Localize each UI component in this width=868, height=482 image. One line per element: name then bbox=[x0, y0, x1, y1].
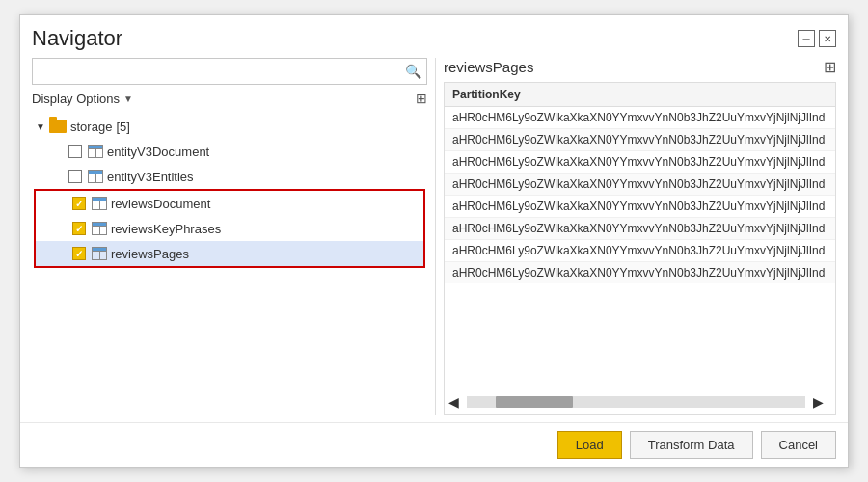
data-table-wrapper: PartitionKey aHR0cHM6Ly9oZWlkaXkaXN0YYmx… bbox=[444, 82, 836, 415]
right-panel: reviewsPages ⊞ PartitionKey aHR0cHM6Ly9o… bbox=[444, 58, 836, 415]
partition-key-cell: aHR0cHM6Ly9oZWlkaXkaXN0YYmxvvYnN0b3JhZ2U… bbox=[445, 107, 835, 129]
partition-key-cell: aHR0cHM6Ly9oZWlkaXkaXN0YYmxvvYnN0b3JhZ2U… bbox=[445, 240, 835, 262]
content-area: 🔍 Display Options ▼ ⊞ ▼ storage [5] bbox=[20, 54, 848, 422]
search-input[interactable] bbox=[33, 65, 399, 79]
item-label-reviewsKeyPhrases: reviewsKeyPhrases bbox=[111, 222, 221, 236]
preview-table: PartitionKey bbox=[445, 83, 835, 107]
partition-key-cell: aHR0cHM6Ly9oZWlkaXkaXN0YYmxvvYnN0b3JhZ2U… bbox=[445, 174, 835, 196]
tree-item-entityV3Document[interactable]: ▶ entityV3Document bbox=[32, 139, 427, 164]
navigator-dialog: Navigator ─ ✕ 🔍 Display Options ▼ ⊞ bbox=[19, 14, 849, 468]
table-row: aHR0cHM6Ly9oZWlkaXkaXN0YYmxvvYnN0b3JhZ2U… bbox=[445, 151, 835, 174]
select-table-icon[interactable]: ⊞ bbox=[416, 91, 427, 106]
preview-refresh-icon[interactable]: ⊞ bbox=[824, 58, 836, 76]
tree-item-storage[interactable]: ▼ storage [5] bbox=[32, 114, 427, 139]
tree-area: ▼ storage [5] ▶ entityV3Document bbox=[32, 114, 427, 415]
partition-key-cell: aHR0cHM6Ly9oZWlkaXkaXN0YYmxvvYnN0b3JhZ2U… bbox=[445, 218, 835, 240]
chevron-down-icon: ▼ bbox=[123, 94, 133, 104]
selected-group: ▶ reviewsDocument ▶ bbox=[34, 189, 425, 268]
item-label-entityV3Document: entityV3Document bbox=[107, 145, 209, 159]
footer: Load Transform Data Cancel bbox=[20, 422, 848, 467]
tree-item-reviewsPages[interactable]: ▶ reviewsPages bbox=[36, 241, 423, 266]
item-label-reviewsPages: reviewsPages bbox=[111, 247, 189, 261]
column-header-partitionkey: PartitionKey bbox=[445, 83, 835, 107]
item-label-reviewsDocument: reviewsDocument bbox=[111, 197, 210, 211]
table-row: aHR0cHM6Ly9oZWlkaXkaXN0YYmxvvYnN0b3JhZ2U… bbox=[445, 262, 835, 284]
table-icon bbox=[92, 222, 107, 235]
checkbox-reviewsKeyPhrases[interactable] bbox=[72, 222, 86, 235]
minimize-button[interactable]: ─ bbox=[798, 30, 815, 47]
display-options-label: Display Options bbox=[32, 92, 120, 106]
checkbox-reviewsDocument[interactable] bbox=[72, 197, 86, 210]
checkbox-entityV3Document[interactable] bbox=[68, 145, 82, 158]
scroll-thumb[interactable] bbox=[496, 396, 573, 408]
search-button[interactable]: 🔍 bbox=[399, 58, 426, 85]
table-row: aHR0cHM6Ly9oZWlkaXkaXN0YYmxvvYnN0b3JhZ2U… bbox=[445, 196, 835, 218]
table-row: aHR0cHM6Ly9oZWlkaXkaXN0YYmxvvYnN0b3JhZ2U… bbox=[445, 218, 835, 240]
search-icon: 🔍 bbox=[405, 64, 421, 79]
storage-label: storage bbox=[70, 120, 112, 134]
tree-item-reviewsKeyPhrases[interactable]: ▶ reviewsKeyPhrases bbox=[36, 216, 423, 241]
item-label-entityV3Entities: entityV3Entities bbox=[107, 170, 194, 184]
partition-key-cell: aHR0cHM6Ly9oZWlkaXkaXN0YYmxvvYnN0b3JhZ2U… bbox=[445, 151, 835, 174]
expand-arrow-icon: ▼ bbox=[36, 121, 49, 132]
checkbox-reviewsPages[interactable] bbox=[72, 247, 86, 260]
panel-divider bbox=[435, 58, 436, 415]
checkbox-entityV3Entities[interactable] bbox=[68, 170, 82, 183]
partition-key-cell: aHR0cHM6Ly9oZWlkaXkaXN0YYmxvvYnN0b3JhZ2U… bbox=[445, 262, 835, 284]
tree-item-entityV3Entities[interactable]: ▶ entityV3Entities bbox=[32, 164, 427, 189]
storage-badge: [5] bbox=[116, 120, 129, 134]
left-panel: 🔍 Display Options ▼ ⊞ ▼ storage [5] bbox=[32, 58, 427, 415]
preview-data-table: aHR0cHM6Ly9oZWlkaXkaXN0YYmxvvYnN0b3JhZ2U… bbox=[445, 107, 835, 283]
table-icon bbox=[88, 170, 103, 183]
folder-icon bbox=[49, 120, 67, 133]
title-bar: Navigator ─ ✕ bbox=[20, 15, 848, 54]
table-row: aHR0cHM6Ly9oZWlkaXkaXN0YYmxvvYnN0b3JhZ2U… bbox=[445, 107, 835, 129]
cancel-button[interactable]: Cancel bbox=[761, 431, 836, 459]
partition-key-cell: aHR0cHM6Ly9oZWlkaXkaXN0YYmxvvYnN0b3JhZ2U… bbox=[445, 196, 835, 218]
table-row: aHR0cHM6Ly9oZWlkaXkaXN0YYmxvvYnN0b3JhZ2U… bbox=[445, 129, 835, 151]
scroll-right-button[interactable]: ▶ bbox=[809, 394, 827, 410]
dialog-title: Navigator bbox=[32, 26, 122, 51]
close-button[interactable]: ✕ bbox=[819, 30, 836, 47]
display-options-bar: Display Options ▼ ⊞ bbox=[32, 91, 427, 106]
scroll-left-button[interactable]: ◀ bbox=[445, 394, 463, 410]
bottom-nav: ◀ ▶ bbox=[445, 388, 835, 414]
table-scroll-area[interactable]: aHR0cHM6Ly9oZWlkaXkaXN0YYmxvvYnN0b3JhZ2U… bbox=[445, 107, 835, 388]
partition-key-cell: aHR0cHM6Ly9oZWlkaXkaXN0YYmxvvYnN0b3JhZ2U… bbox=[445, 129, 835, 151]
table-icon bbox=[88, 145, 103, 158]
preview-header: reviewsPages ⊞ bbox=[444, 58, 836, 76]
transform-data-button[interactable]: Transform Data bbox=[630, 431, 753, 459]
load-button[interactable]: Load bbox=[557, 431, 622, 459]
table-icon bbox=[92, 247, 107, 260]
window-controls: ─ ✕ bbox=[798, 30, 836, 47]
table-icon bbox=[92, 197, 107, 210]
tree-item-reviewsDocument[interactable]: ▶ reviewsDocument bbox=[36, 191, 423, 216]
scroll-track[interactable] bbox=[467, 396, 805, 408]
preview-title: reviewsPages bbox=[444, 59, 533, 75]
table-row: aHR0cHM6Ly9oZWlkaXkaXN0YYmxvvYnN0b3JhZ2U… bbox=[445, 174, 835, 196]
search-bar: 🔍 bbox=[32, 58, 427, 85]
table-row: aHR0cHM6Ly9oZWlkaXkaXN0YYmxvvYnN0b3JhZ2U… bbox=[445, 240, 835, 262]
display-options-button[interactable]: Display Options ▼ bbox=[32, 92, 133, 106]
